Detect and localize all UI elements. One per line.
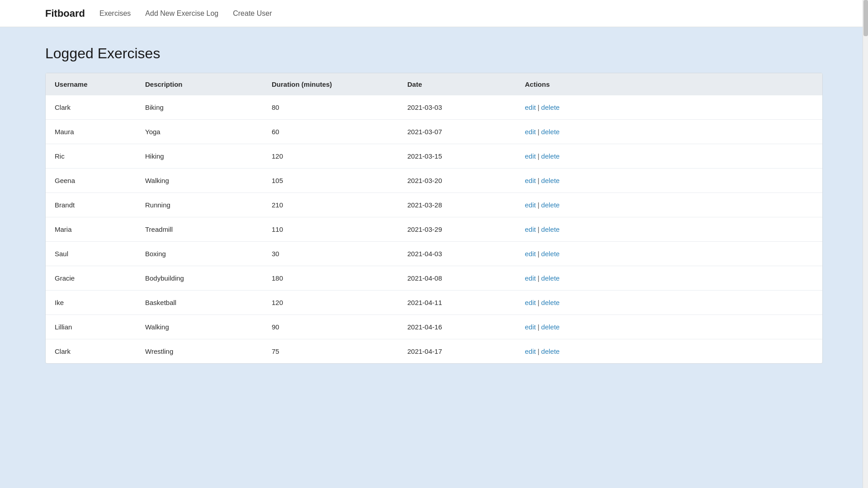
nav-link-create-user[interactable]: Create User (233, 9, 272, 18)
col-header-username: Username (46, 73, 136, 95)
cell-actions: edit | delete (516, 144, 822, 169)
delete-button[interactable]: delete (541, 152, 560, 160)
edit-button[interactable]: edit (525, 347, 536, 355)
cell-duration: 30 (263, 242, 398, 266)
action-separator: | (538, 103, 539, 111)
cell-date: 2021-04-16 (398, 315, 516, 339)
cell-date: 2021-03-15 (398, 144, 516, 169)
cell-description: Wrestling (136, 339, 263, 364)
table-row: GracieBodybuilding1802021-04-08edit | de… (46, 266, 822, 291)
delete-button[interactable]: delete (541, 225, 560, 233)
cell-duration: 80 (263, 95, 398, 120)
cell-username: Brandt (46, 193, 136, 217)
scrollbar[interactable] (863, 0, 868, 488)
action-separator: | (538, 225, 539, 233)
col-header-description: Description (136, 73, 263, 95)
table-row: ClarkWrestling752021-04-17edit | delete (46, 339, 822, 364)
nav-link-add-new-exercise-log[interactable]: Add New Exercise Log (145, 9, 218, 18)
cell-description: Basketball (136, 291, 263, 315)
cell-username: Gracie (46, 266, 136, 291)
cell-date: 2021-03-03 (398, 95, 516, 120)
cell-username: Maura (46, 120, 136, 144)
delete-button[interactable]: delete (541, 323, 560, 331)
cell-date: 2021-03-29 (398, 217, 516, 242)
cell-date: 2021-04-17 (398, 339, 516, 364)
cell-date: 2021-04-11 (398, 291, 516, 315)
cell-actions: edit | delete (516, 169, 822, 193)
action-separator: | (538, 177, 539, 184)
action-separator: | (538, 250, 539, 258)
delete-button[interactable]: delete (541, 201, 560, 209)
cell-description: Treadmill (136, 217, 263, 242)
table-row: MauraYoga602021-03-07edit | delete (46, 120, 822, 144)
edit-button[interactable]: edit (525, 177, 536, 184)
cell-username: Maria (46, 217, 136, 242)
edit-button[interactable]: edit (525, 103, 536, 111)
action-separator: | (538, 274, 539, 282)
cell-date: 2021-03-20 (398, 169, 516, 193)
delete-button[interactable]: delete (541, 274, 560, 282)
cell-duration: 60 (263, 120, 398, 144)
edit-button[interactable]: edit (525, 299, 536, 306)
action-separator: | (538, 128, 539, 136)
actions-container: edit | delete (525, 201, 813, 209)
scrollbar-thumb[interactable] (863, 0, 868, 36)
delete-button[interactable]: delete (541, 347, 560, 355)
table-row: LillianWalking902021-04-16edit | delete (46, 315, 822, 339)
actions-container: edit | delete (525, 103, 813, 111)
cell-duration: 180 (263, 266, 398, 291)
cell-username: Saul (46, 242, 136, 266)
delete-button[interactable]: delete (541, 299, 560, 306)
cell-duration: 120 (263, 144, 398, 169)
delete-button[interactable]: delete (541, 177, 560, 184)
edit-button[interactable]: edit (525, 274, 536, 282)
actions-container: edit | delete (525, 250, 813, 258)
cell-duration: 120 (263, 291, 398, 315)
cell-username: Lillian (46, 315, 136, 339)
table-row: IkeBasketball1202021-04-11edit | delete (46, 291, 822, 315)
cell-description: Boxing (136, 242, 263, 266)
delete-button[interactable]: delete (541, 103, 560, 111)
cell-date: 2021-03-07 (398, 120, 516, 144)
delete-button[interactable]: delete (541, 128, 560, 136)
edit-button[interactable]: edit (525, 323, 536, 331)
cell-description: Bodybuilding (136, 266, 263, 291)
action-separator: | (538, 323, 539, 331)
table-row: RicHiking1202021-03-15edit | delete (46, 144, 822, 169)
cell-actions: edit | delete (516, 95, 822, 120)
table-row: BrandtRunning2102021-03-28edit | delete (46, 193, 822, 217)
cell-duration: 75 (263, 339, 398, 364)
actions-container: edit | delete (525, 152, 813, 160)
table-row: GeenaWalking1052021-03-20edit | delete (46, 169, 822, 193)
actions-container: edit | delete (525, 128, 813, 136)
action-separator: | (538, 152, 539, 160)
cell-username: Ike (46, 291, 136, 315)
edit-button[interactable]: edit (525, 201, 536, 209)
nav-link-exercises[interactable]: Exercises (99, 9, 131, 18)
cell-duration: 110 (263, 217, 398, 242)
cell-actions: edit | delete (516, 266, 822, 291)
table-row: SaulBoxing302021-04-03edit | delete (46, 242, 822, 266)
cell-actions: edit | delete (516, 315, 822, 339)
edit-button[interactable]: edit (525, 250, 536, 258)
actions-container: edit | delete (525, 323, 813, 331)
cell-username: Ric (46, 144, 136, 169)
table-body: ClarkBiking802021-03-03edit | deleteMaur… (46, 95, 822, 363)
cell-description: Running (136, 193, 263, 217)
action-separator: | (538, 201, 539, 209)
actions-container: edit | delete (525, 225, 813, 233)
page-title: Logged Exercises (45, 45, 823, 62)
table-header-row: Username Description Duration (minutes) … (46, 73, 822, 95)
table-header: Username Description Duration (minutes) … (46, 73, 822, 95)
cell-actions: edit | delete (516, 120, 822, 144)
actions-container: edit | delete (525, 177, 813, 184)
edit-button[interactable]: edit (525, 225, 536, 233)
cell-actions: edit | delete (516, 193, 822, 217)
edit-button[interactable]: edit (525, 128, 536, 136)
actions-container: edit | delete (525, 299, 813, 306)
edit-button[interactable]: edit (525, 152, 536, 160)
delete-button[interactable]: delete (541, 250, 560, 258)
cell-description: Walking (136, 169, 263, 193)
main-content: Logged Exercises Username Description Du… (0, 27, 868, 382)
cell-actions: edit | delete (516, 291, 822, 315)
